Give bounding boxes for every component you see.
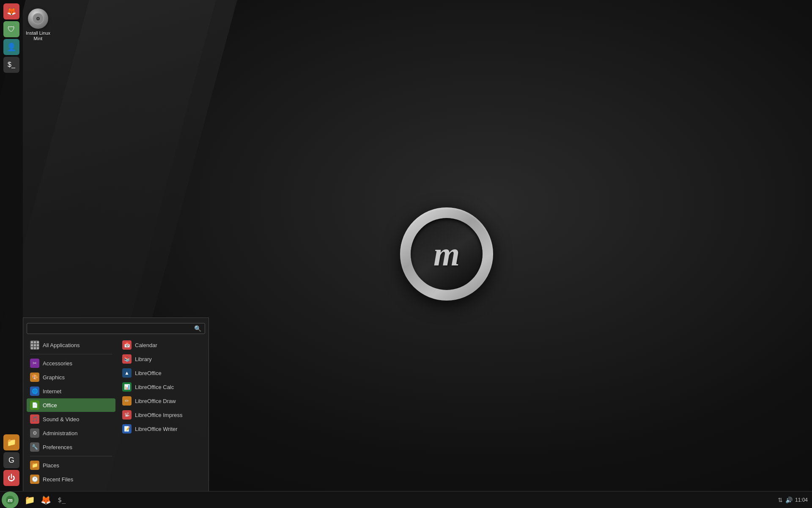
- libreoffice-writer-icon: 📝: [122, 424, 132, 433]
- sidebar-icon-google[interactable]: G: [3, 452, 19, 468]
- menu-item-sound-video[interactable]: 🎵 Sound & Video: [27, 412, 115, 426]
- libreoffice-draw-label: LibreOffice Draw: [135, 398, 176, 404]
- menu-separator-2: [30, 456, 112, 456]
- menu-right-column: 📅 Calendar 📚 Library ▲ LibreOffice 📊: [115, 338, 204, 486]
- library-icon: 📚: [122, 354, 132, 364]
- sidebar-icon-terminal[interactable]: $_: [3, 57, 19, 73]
- libreoffice-label: LibreOffice: [135, 370, 162, 376]
- taskbar-item-terminal[interactable]: $_: [54, 492, 69, 508]
- start-menu: 🔍 All Applications ✂ Accessories: [23, 318, 209, 491]
- graphics-label: Graphics: [43, 374, 65, 381]
- sidebar-icon-contacts[interactable]: 👤: [3, 39, 19, 55]
- menu-item-internet[interactable]: 🌐 Internet: [27, 384, 115, 398]
- all-applications-icon: [30, 340, 39, 350]
- menu-item-libreoffice-impress[interactable]: 📽 LibreOffice Impress: [119, 408, 204, 422]
- install-linux-mint-label: Install Linux Mint: [21, 30, 55, 41]
- menu-item-graphics[interactable]: 🎨 Graphics: [27, 370, 115, 384]
- libreoffice-writer-label: LibreOffice Writer: [135, 426, 178, 432]
- search-input[interactable]: [30, 326, 194, 332]
- mint-m-letter: m: [433, 237, 460, 271]
- svg-point-2: [37, 18, 39, 19]
- internet-icon: 🌐: [30, 387, 39, 396]
- start-button[interactable]: m: [2, 491, 19, 508]
- menu-item-libreoffice-calc[interactable]: 📊 LibreOffice Calc: [119, 380, 204, 394]
- internet-label: Internet: [43, 388, 61, 395]
- calendar-label: Calendar: [135, 342, 157, 348]
- menu-separator-1: [30, 354, 112, 354]
- recent-files-label: Recent Files: [43, 476, 73, 483]
- start-menu-icon: m: [5, 495, 15, 505]
- menu-item-library[interactable]: 📚 Library: [119, 352, 204, 366]
- menu-columns: All Applications ✂ Accessories 🎨 Graphic…: [27, 338, 205, 486]
- menu-item-office[interactable]: 📄 Office: [27, 398, 115, 412]
- office-icon: 📄: [30, 400, 39, 410]
- install-linux-mint-icon[interactable]: Install Linux Mint: [21, 8, 55, 41]
- all-applications-label: All Applications: [43, 342, 80, 348]
- menu-item-calendar[interactable]: 📅 Calendar: [119, 338, 204, 352]
- libreoffice-impress-icon: 📽: [122, 410, 132, 420]
- taskbar-items: 📁 🦊 $_: [20, 492, 778, 508]
- menu-item-all-applications[interactable]: All Applications: [27, 338, 115, 352]
- libreoffice-calc-label: LibreOffice Calc: [135, 384, 174, 390]
- recent-files-icon: 🕐: [30, 475, 39, 484]
- sound-icon[interactable]: 🔊: [785, 497, 793, 503]
- accessories-icon: ✂: [30, 359, 39, 368]
- libreoffice-draw-icon: ✏: [122, 396, 132, 406]
- search-bar[interactable]: 🔍: [27, 323, 205, 334]
- libreoffice-calc-icon: 📊: [122, 382, 132, 392]
- menu-item-places[interactable]: 📁 Places: [27, 458, 115, 472]
- svg-text:m: m: [8, 497, 13, 503]
- administration-icon: ⚙: [30, 428, 39, 438]
- libreoffice-icon: ▲: [122, 368, 132, 378]
- menu-item-administration[interactable]: ⚙ Administration: [27, 426, 115, 440]
- sidebar-icon-mint-update[interactable]: 🛡: [3, 21, 19, 37]
- systray: ⇅ 🔊 11:04: [778, 497, 812, 503]
- taskbar-item-firefox[interactable]: 🦊: [38, 492, 53, 508]
- sidebar-icon-firefox[interactable]: 🦊: [3, 3, 19, 19]
- sidebar-panel: 🦊 🛡 👤 $_ 📁 G ⏻: [0, 0, 23, 491]
- preferences-icon: 🔧: [30, 442, 39, 452]
- network-icon[interactable]: ⇅: [778, 497, 783, 503]
- sound-video-label: Sound & Video: [43, 416, 80, 422]
- menu-item-libreoffice[interactable]: ▲ LibreOffice: [119, 366, 204, 380]
- mint-logo: m: [400, 207, 493, 301]
- places-label: Places: [43, 462, 59, 469]
- menu-item-libreoffice-draw[interactable]: ✏ LibreOffice Draw: [119, 394, 204, 408]
- libreoffice-impress-label: LibreOffice Impress: [135, 412, 182, 418]
- menu-left-column: All Applications ✂ Accessories 🎨 Graphic…: [27, 338, 115, 486]
- menu-item-libreoffice-writer[interactable]: 📝 LibreOffice Writer: [119, 422, 204, 436]
- library-label: Library: [135, 356, 152, 362]
- menu-item-recent-files[interactable]: 🕐 Recent Files: [27, 472, 115, 486]
- disc-icon: [28, 8, 48, 29]
- sound-video-icon: 🎵: [30, 414, 39, 424]
- search-icon[interactable]: 🔍: [194, 325, 201, 332]
- calendar-icon: 📅: [122, 340, 132, 350]
- accessories-label: Accessories: [43, 360, 72, 367]
- menu-item-preferences[interactable]: 🔧 Preferences: [27, 440, 115, 454]
- places-icon: 📁: [30, 461, 39, 470]
- sidebar-icon-power[interactable]: ⏻: [3, 470, 19, 486]
- taskbar: m 📁 🦊 $_ ⇅ 🔊 11:04: [0, 491, 812, 508]
- preferences-label: Preferences: [43, 444, 72, 450]
- clock: 11:04: [795, 497, 808, 503]
- menu-item-accessories[interactable]: ✂ Accessories: [27, 356, 115, 370]
- taskbar-item-files[interactable]: 📁: [22, 492, 37, 508]
- graphics-icon: 🎨: [30, 373, 39, 382]
- administration-label: Administration: [43, 430, 77, 436]
- office-label: Office: [43, 402, 57, 409]
- sidebar-icon-folder[interactable]: 📁: [3, 434, 19, 450]
